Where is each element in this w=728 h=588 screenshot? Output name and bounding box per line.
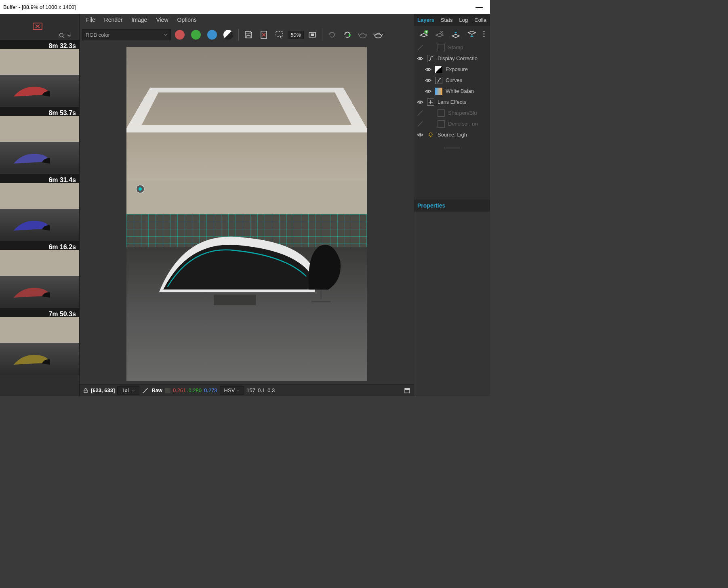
layer-item[interactable]: Denoiser: un bbox=[414, 118, 490, 129]
render-time: 6m 16.2s bbox=[48, 244, 76, 251]
svg-point-27 bbox=[429, 133, 432, 136]
svg-rect-16 bbox=[405, 388, 410, 390]
tab-stats[interactable]: Stats bbox=[438, 15, 456, 25]
svg-point-8 bbox=[375, 34, 381, 38]
curve-icon[interactable] bbox=[142, 388, 149, 393]
history-thumb[interactable]: 6m 16.2s bbox=[0, 241, 79, 308]
teapot-button[interactable] bbox=[356, 28, 370, 42]
add-layer-button[interactable] bbox=[419, 29, 429, 38]
layer-label: White Balan bbox=[446, 88, 474, 94]
chevron-down-icon[interactable] bbox=[67, 34, 71, 38]
properties-header[interactable]: Properties bbox=[414, 200, 490, 212]
layer-item[interactable]: Stamp bbox=[414, 42, 490, 53]
drag-handle-icon[interactable] bbox=[444, 147, 460, 149]
layer-down-button[interactable] bbox=[467, 29, 477, 38]
render-time: 6m 31.4s bbox=[48, 176, 76, 184]
layer-item[interactable]: Sharpen/Blu bbox=[414, 107, 490, 118]
lightbulb-icon bbox=[427, 131, 434, 139]
layer-label: Curves bbox=[446, 77, 462, 83]
tab-layers[interactable]: Layers bbox=[414, 15, 438, 25]
color-mode-select[interactable]: RGB color bbox=[82, 29, 171, 40]
layer-item[interactable]: Display Correctio bbox=[414, 53, 490, 64]
delete-button[interactable] bbox=[257, 28, 271, 42]
layer-item[interactable]: Source: Ligh bbox=[414, 129, 490, 140]
hsv-label: HSV bbox=[224, 387, 235, 393]
menu-image[interactable]: Image bbox=[127, 15, 151, 25]
visibility-toggle[interactable] bbox=[417, 44, 424, 51]
play-refresh-button[interactable] bbox=[341, 28, 354, 42]
pixel-size-label: 1x1 bbox=[122, 387, 130, 393]
zoom-level[interactable]: 50% bbox=[288, 31, 304, 39]
render-viewport[interactable] bbox=[80, 44, 414, 384]
layer-up-button[interactable] bbox=[451, 29, 461, 38]
more-icon[interactable] bbox=[483, 30, 485, 38]
title-bar: Buffer - [88.9% of 1000 x 1400] — bbox=[0, 0, 490, 14]
layer-item[interactable]: Curves bbox=[414, 75, 490, 86]
history-thumb[interactable]: 8m 53.7s bbox=[0, 107, 79, 174]
svg-point-9 bbox=[377, 33, 379, 34]
layer-label: Lens Effects bbox=[438, 99, 466, 105]
visibility-toggle[interactable] bbox=[425, 66, 432, 73]
svg-rect-5 bbox=[311, 34, 314, 36]
menu-render[interactable]: Render bbox=[100, 15, 127, 25]
svg-point-24 bbox=[427, 90, 429, 92]
visibility-toggle[interactable] bbox=[425, 77, 432, 84]
layer-list: Stamp Display Correctio Exposure Curves bbox=[414, 42, 490, 147]
exposure-icon bbox=[435, 66, 442, 73]
lens-icon bbox=[427, 99, 434, 106]
channel-red-button[interactable] bbox=[175, 30, 185, 40]
save-button[interactable] bbox=[242, 28, 255, 42]
clear-history-button[interactable] bbox=[32, 21, 44, 31]
tab-log[interactable]: Log bbox=[456, 15, 471, 25]
history-thumb[interactable]: 8m 32.3s bbox=[0, 40, 79, 107]
minimize-button[interactable]: — bbox=[476, 3, 487, 11]
layer-item[interactable]: Exposure bbox=[414, 64, 490, 75]
svg-point-19 bbox=[484, 34, 485, 35]
visibility-toggle[interactable] bbox=[417, 131, 424, 139]
rgb-r-value: 0.261 bbox=[173, 387, 186, 393]
visibility-toggle[interactable] bbox=[425, 88, 432, 95]
render-time: 8m 53.7s bbox=[48, 109, 76, 117]
region-select-button[interactable] bbox=[272, 28, 286, 42]
visibility-toggle[interactable] bbox=[417, 120, 424, 128]
thumb-preview bbox=[0, 183, 79, 241]
menu-view[interactable]: View bbox=[152, 15, 172, 25]
visibility-toggle[interactable] bbox=[417, 109, 424, 117]
history-thumb[interactable]: 7m 50.3s bbox=[0, 308, 79, 375]
pixel-size-select[interactable]: 1x1 bbox=[117, 386, 139, 395]
layer-item[interactable]: White Balan bbox=[414, 86, 490, 97]
expand-icon[interactable] bbox=[404, 387, 410, 394]
channel-blue-button[interactable] bbox=[207, 30, 217, 40]
svg-rect-10 bbox=[214, 294, 256, 305]
layers-panel: Layers Stats Log Colla Stamp Display Cor… bbox=[414, 14, 490, 396]
svg-rect-14 bbox=[165, 388, 170, 393]
svg-point-20 bbox=[484, 36, 485, 37]
history-thumb[interactable]: 6m 31.4s bbox=[0, 174, 79, 241]
svg-rect-28 bbox=[444, 147, 460, 147]
search-icon[interactable] bbox=[59, 33, 65, 38]
render-history-list[interactable]: 8m 32.3s 8m 53.7s 6m 31.4s 6m 16.2s bbox=[0, 40, 79, 396]
menu-file[interactable]: File bbox=[82, 15, 99, 25]
panel-spacer bbox=[414, 147, 490, 200]
stamp-icon bbox=[438, 44, 445, 51]
raw-label: Raw bbox=[151, 387, 162, 393]
hsv-v-value: 0.3 bbox=[267, 387, 275, 393]
svg-point-25 bbox=[419, 101, 421, 103]
fit-window-button[interactable] bbox=[305, 28, 319, 42]
lock-icon[interactable] bbox=[83, 388, 88, 393]
layer-label: Source: Ligh bbox=[438, 132, 467, 138]
teapot-active-button[interactable] bbox=[371, 28, 385, 42]
channel-mono-button[interactable] bbox=[223, 30, 233, 40]
refresh-button[interactable] bbox=[325, 28, 339, 42]
tab-collab[interactable]: Colla bbox=[471, 15, 490, 25]
svg-point-12 bbox=[139, 187, 142, 191]
channel-green-button[interactable] bbox=[191, 30, 201, 40]
whitebalance-icon bbox=[435, 88, 442, 95]
visibility-toggle[interactable] bbox=[417, 55, 424, 62]
remove-layer-button[interactable] bbox=[435, 29, 444, 38]
colorspace-select[interactable]: HSV bbox=[220, 386, 244, 395]
menu-options[interactable]: Options bbox=[173, 15, 201, 25]
layer-item[interactable]: Lens Effects bbox=[414, 97, 490, 107]
visibility-toggle[interactable] bbox=[417, 99, 424, 106]
menu-bar: File Render Image View Options bbox=[80, 14, 414, 26]
